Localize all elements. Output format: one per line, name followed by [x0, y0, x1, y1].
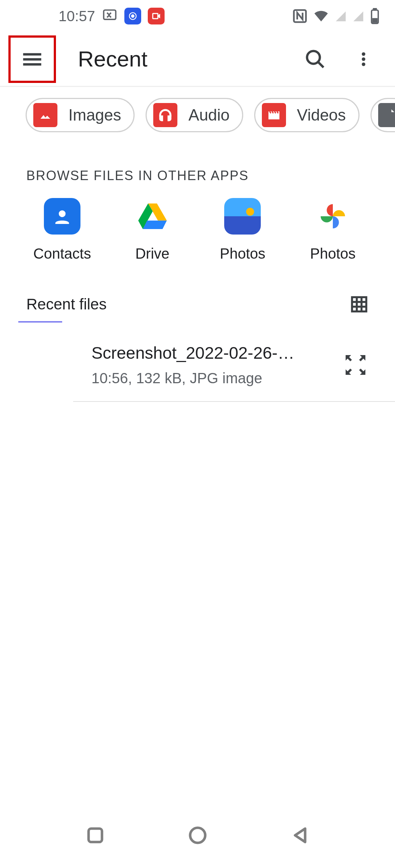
view-grid-button[interactable]: [350, 295, 369, 314]
grid-icon: [350, 295, 369, 314]
nav-back-button[interactable]: [287, 822, 313, 848]
browse-apps-row: Contacts Drive Photos Photos: [0, 198, 395, 262]
circle-icon: [188, 825, 208, 845]
no-sim-icon-2: [352, 8, 364, 24]
nav-recents-button[interactable]: [82, 822, 108, 848]
screenshot-saved-icon: [102, 8, 118, 24]
svg-point-9: [362, 52, 365, 56]
file-expand-button[interactable]: [342, 352, 369, 378]
recent-files-header: Recent files: [0, 262, 395, 328]
chip-label: Videos: [297, 106, 346, 124]
page-title: Recent: [78, 46, 280, 72]
chip-label: Audio: [188, 106, 230, 124]
cast-icon: [124, 8, 141, 24]
status-bar: 10:57: [0, 0, 395, 32]
file-info: Screenshot_2022-02-26-1… 10:56, 132 kB, …: [91, 343, 342, 387]
gallery-icon: [224, 198, 261, 235]
nav-home-button[interactable]: [185, 822, 210, 848]
clapper-icon: [262, 103, 286, 127]
browse-section-header: BROWSE FILES IN OTHER APPS: [0, 143, 395, 198]
app-drive[interactable]: Drive: [116, 198, 189, 262]
status-right: [292, 8, 380, 24]
file-name: Screenshot_2022-02-26-1…: [91, 343, 304, 363]
svg-point-10: [362, 57, 365, 61]
image-icon: [33, 103, 57, 127]
app-photos-google[interactable]: Photos: [296, 198, 369, 262]
nfc-icon: [292, 8, 308, 24]
app-photos-gallery[interactable]: Photos: [206, 198, 279, 262]
svg-rect-15: [89, 829, 102, 842]
app-label: Photos: [310, 245, 356, 262]
search-icon: [304, 48, 326, 70]
status-time: 10:57: [59, 8, 95, 24]
battery-icon: [369, 8, 380, 24]
filter-chips: Images Audio Videos: [0, 87, 395, 143]
triangle-back-icon: [290, 825, 310, 845]
hamburger-icon: [20, 47, 44, 71]
svg-point-11: [362, 62, 365, 66]
svg-point-13: [246, 208, 254, 216]
document-icon: [378, 103, 395, 127]
svg-point-1: [131, 14, 134, 18]
svg-rect-14: [352, 297, 366, 312]
status-left: 10:57: [59, 8, 165, 24]
screen-record-icon: [148, 8, 165, 24]
contacts-icon: [44, 198, 80, 235]
chip-images[interactable]: Images: [26, 98, 135, 132]
app-contacts[interactable]: Contacts: [26, 198, 99, 262]
file-meta: 10:56, 132 kB, JPG image: [91, 370, 342, 387]
app-toolbar: Recent: [0, 32, 395, 87]
svg-point-16: [190, 827, 205, 842]
overflow-button[interactable]: [350, 46, 377, 72]
chip-audio[interactable]: Audio: [146, 98, 243, 132]
svg-rect-7: [373, 19, 377, 22]
file-row[interactable]: Screenshot_2022-02-26-1… 10:56, 132 kB, …: [73, 328, 395, 402]
svg-point-8: [307, 51, 320, 64]
expand-icon: [342, 352, 369, 378]
chip-documents[interactable]: [370, 98, 395, 132]
menu-button[interactable]: [8, 35, 56, 83]
square-icon: [85, 825, 105, 845]
recent-files-title: Recent files: [26, 296, 106, 313]
app-label: Drive: [135, 245, 169, 262]
chip-videos[interactable]: Videos: [254, 98, 360, 132]
no-sim-icon: [334, 8, 347, 24]
search-button[interactable]: [302, 46, 328, 72]
svg-point-12: [59, 210, 66, 217]
svg-rect-6: [373, 9, 376, 10]
headphones-icon: [153, 103, 177, 127]
system-nav-bar: [0, 802, 395, 868]
chip-label: Images: [68, 106, 121, 124]
drive-icon: [134, 198, 171, 235]
wifi-icon: [313, 8, 329, 24]
file-thumbnail: [18, 321, 62, 323]
more-vert-icon: [355, 50, 372, 68]
app-label: Contacts: [33, 245, 91, 262]
app-label: Photos: [220, 245, 266, 262]
google-photos-icon: [315, 198, 351, 235]
